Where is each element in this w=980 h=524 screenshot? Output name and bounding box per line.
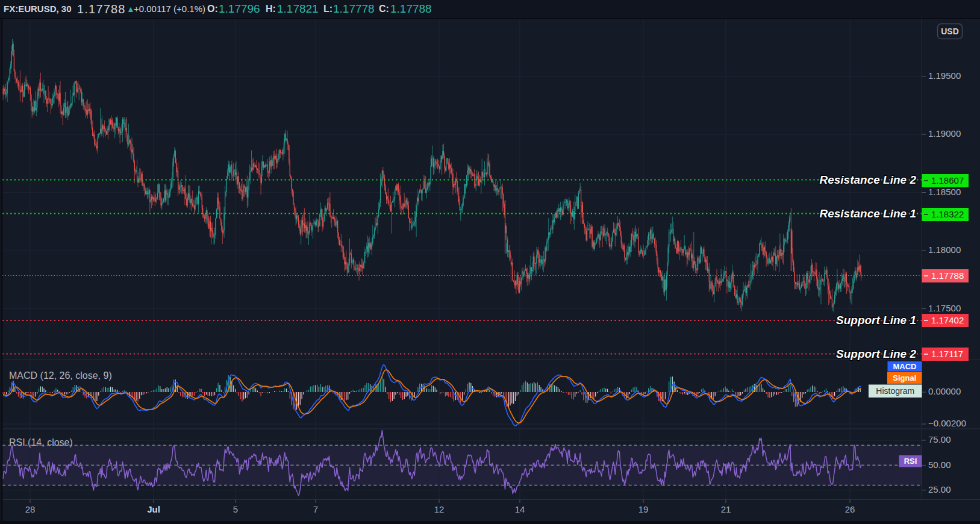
svg-text:Resistance Line 2: Resistance Line 2	[819, 173, 916, 186]
svg-text:14: 14	[515, 504, 525, 514]
svg-text:5: 5	[233, 504, 238, 514]
svg-text:1.18607: 1.18607	[931, 175, 964, 186]
svg-text:Support Line 2: Support Line 2	[836, 348, 916, 360]
svg-text:26: 26	[845, 504, 855, 514]
svg-text:1.19000: 1.19000	[928, 128, 961, 139]
svg-text:Jul: Jul	[147, 504, 160, 514]
svg-text:MACD: MACD	[893, 362, 917, 371]
svg-text:−0.00200: −0.00200	[928, 418, 966, 428]
svg-text:1.17402: 1.17402	[931, 315, 964, 325]
svg-text:Histogram: Histogram	[876, 386, 914, 396]
svg-text:1.18322: 1.18322	[931, 209, 964, 219]
svg-text:25.00: 25.00	[928, 484, 951, 494]
svg-text:1.17117: 1.17117	[931, 349, 963, 359]
svg-text:7: 7	[313, 504, 318, 514]
svg-text:USD: USD	[941, 27, 959, 36]
svg-text:Support Line 1: Support Line 1	[836, 314, 916, 326]
svg-text:RSI: RSI	[904, 457, 917, 466]
svg-text:1.17788: 1.17788	[931, 270, 964, 281]
svg-text:12: 12	[434, 504, 445, 514]
svg-text:Resistance Line 1: Resistance Line 1	[819, 207, 916, 220]
svg-text:50.00: 50.00	[928, 460, 951, 470]
svg-text:28: 28	[25, 504, 36, 514]
svg-text:0.00000: 0.00000	[928, 386, 961, 396]
svg-text:1.19500: 1.19500	[928, 70, 961, 81]
svg-text:1.18500: 1.18500	[928, 187, 961, 197]
svg-text:1.17500: 1.17500	[928, 303, 961, 313]
svg-text:Signal: Signal	[893, 373, 916, 382]
svg-text:RSI (14, close): RSI (14, close)	[9, 437, 73, 448]
svg-text:MACD (12, 26, close, 9): MACD (12, 26, close, 9)	[9, 370, 112, 381]
svg-text:21: 21	[721, 504, 731, 514]
svg-text:19: 19	[638, 504, 649, 514]
svg-text:1.18000: 1.18000	[928, 245, 961, 255]
svg-text:75.00: 75.00	[928, 434, 951, 444]
